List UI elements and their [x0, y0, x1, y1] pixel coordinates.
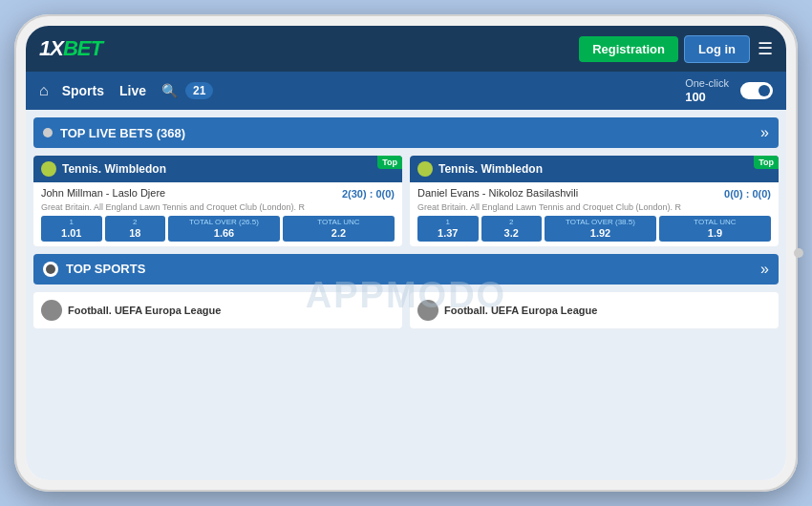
one-click-toggle[interactable]: [740, 82, 773, 99]
odds-value-1-2: 18: [110, 227, 161, 239]
tennis-icon-1: [41, 161, 56, 177]
live-dot-icon: [43, 128, 53, 137]
bet-count-badge: 21: [185, 82, 213, 99]
sports-nav-item[interactable]: Sports: [62, 83, 104, 98]
odds-value-2-3: 1.92: [549, 227, 652, 239]
live-nav-item[interactable]: Live: [119, 83, 146, 98]
odds-cell-1-1[interactable]: 1 1.01: [41, 216, 102, 242]
top-badge-1: Top: [377, 156, 402, 169]
top-live-bets-header: TOP LIVE BETS (368) »: [33, 117, 779, 148]
login-button[interactable]: Log in: [684, 35, 750, 63]
top-sports-chevron-icon[interactable]: »: [760, 261, 769, 278]
odds-label-1-4: TOTAL UNC: [288, 219, 390, 227]
home-icon[interactable]: ⌂: [39, 82, 49, 99]
odds-value-2-2: 3.2: [486, 227, 538, 239]
football-cards-row: Football. UEFA Europa League Football. U…: [33, 292, 779, 328]
tablet-frame: 1XBET Registration Log in ☰ ⌂ Sports Liv…: [14, 14, 798, 492]
tablet-screen: 1XBET Registration Log in ☰ ⌂ Sports Liv…: [26, 26, 786, 480]
football-card-icon-1: [41, 300, 62, 321]
top-live-chevron-icon[interactable]: »: [760, 124, 769, 141]
sport-name-1: Tennis. Wimbledon: [62, 162, 166, 176]
odds-label-1-1: 1: [46, 219, 97, 227]
odds-cell-1-2[interactable]: 2 18: [105, 216, 166, 242]
odds-value-2-4: 1.9: [664, 227, 766, 239]
navigation-bar: ⌂ Sports Live 🔍 21 One-click 100: [26, 72, 786, 110]
tablet-side-button: [794, 248, 803, 258]
odds-label-2-4: TOTAL UNC: [664, 219, 766, 227]
match-score-2: 0(0) : 0(0): [724, 188, 771, 200]
match-card-1: Top Tennis. Wimbledon John Millman - Las…: [33, 156, 402, 246]
match-card-2: Top Tennis. Wimbledon Daniel Evans - Nik…: [410, 156, 779, 246]
registration-button[interactable]: Registration: [579, 36, 678, 62]
one-click-value: 100: [685, 90, 735, 104]
odds-label-2-1: 1: [422, 219, 474, 227]
odds-cell-2-3[interactable]: TOTAL OVER (38.5) 1.92: [545, 216, 656, 242]
odds-value-1-3: 1.66: [173, 227, 275, 239]
odds-cell-2-1[interactable]: 1 1.37: [417, 216, 479, 242]
match-card-2-body: Daniel Evans - Nikoloz Basilashvili 0(0)…: [410, 182, 779, 246]
match-card-1-header: Tennis. Wimbledon: [33, 156, 402, 182]
odds-cell-1-4[interactable]: TOTAL UNC 2.2: [283, 216, 395, 242]
odds-label-1-3: TOTAL OVER (26.5): [173, 219, 275, 227]
odds-row-1: 1 1.01 2 18 TOTAL OVER (26.5) 1.66: [41, 216, 395, 242]
odds-cell-2-2[interactable]: 2 3.2: [481, 216, 543, 242]
football-icon: [43, 262, 58, 277]
football-card-name-1: Football. UEFA Europa League: [68, 305, 221, 316]
odds-label-2-3: TOTAL OVER (38.5): [549, 219, 652, 227]
top-sports-header: TOP SPORTS »: [33, 254, 779, 285]
one-click-label: One-click: [685, 77, 729, 90]
app-header: 1XBET Registration Log in ☰: [26, 26, 786, 72]
main-content: APPMODO TOP LIVE BETS (368) » Top Tennis…: [26, 110, 786, 480]
odds-label-2-2: 2: [486, 219, 538, 227]
football-card-1[interactable]: Football. UEFA Europa League: [33, 292, 402, 328]
tennis-icon-2: [417, 161, 433, 177]
search-icon[interactable]: 🔍: [161, 83, 178, 98]
odds-label-1-2: 2: [110, 219, 161, 227]
match-players-1: John Millman - Laslo Djere: [41, 187, 165, 199]
top-live-bets-title: TOP LIVE BETS (368): [60, 126, 760, 140]
match-card-2-header: Tennis. Wimbledon: [410, 156, 779, 182]
match-venue-2: Great Britain. All England Lawn Tennis a…: [417, 202, 771, 212]
odds-value-2-1: 1.37: [422, 227, 474, 239]
match-venue-1: Great Britain. All England Lawn Tennis a…: [41, 202, 395, 212]
football-card-name-2: Football. UEFA Europa League: [444, 305, 597, 316]
top-badge-2: Top: [754, 156, 779, 169]
odds-cell-1-3[interactable]: TOTAL OVER (26.5) 1.66: [168, 216, 280, 242]
menu-icon[interactable]: ☰: [758, 38, 773, 59]
match-players-2: Daniel Evans - Nikoloz Basilashvili: [417, 187, 578, 199]
odds-value-1-4: 2.2: [288, 227, 390, 239]
match-score-1: 2(30) : 0(0): [342, 188, 395, 200]
sport-name-2: Tennis. Wimbledon: [438, 162, 543, 176]
app-logo: 1XBET: [39, 36, 102, 61]
football-card-icon-2: [417, 300, 438, 321]
match-cards-row: Top Tennis. Wimbledon John Millman - Las…: [33, 156, 779, 246]
odds-cell-2-4[interactable]: TOTAL UNC 1.9: [659, 216, 771, 242]
odds-value-1-1: 1.01: [46, 227, 97, 239]
football-card-2[interactable]: Football. UEFA Europa League: [410, 292, 779, 328]
top-sports-title: TOP SPORTS: [66, 262, 760, 276]
odds-row-2: 1 1.37 2 3.2 TOTAL OVER (38.5) 1.92: [417, 216, 771, 242]
match-card-1-body: John Millman - Laslo Djere 2(30) : 0(0) …: [33, 182, 402, 246]
